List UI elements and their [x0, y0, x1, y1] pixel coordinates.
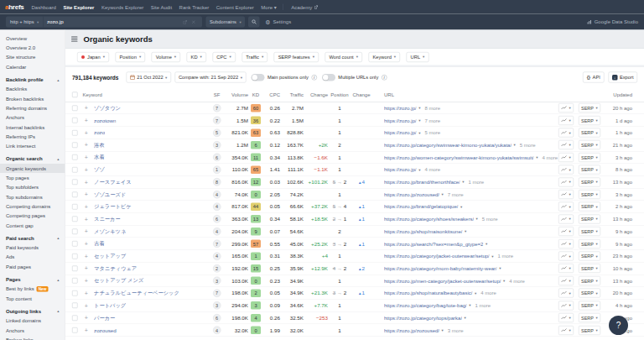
sidebar-item[interactable]: Site structure	[0, 53, 65, 62]
row-checkbox[interactable]	[72, 290, 78, 296]
serp-button[interactable]: SERP▾	[579, 227, 600, 236]
position-history-button[interactable]: ▾	[558, 239, 574, 248]
add-to-list-icon[interactable]: +	[83, 129, 90, 136]
add-to-list-icon[interactable]: +	[83, 117, 90, 123]
chevron-down-icon[interactable]: ▾	[491, 254, 493, 259]
row-checkbox[interactable]	[72, 204, 78, 210]
sidebar-item[interactable]: Broken links	[0, 335, 65, 340]
more-urls-link[interactable]: 4 more	[509, 278, 525, 284]
col-keyword[interactable]: Keyword	[83, 92, 102, 97]
sidebar-item[interactable]: Referring domains	[0, 103, 65, 112]
row-checkbox[interactable]	[72, 303, 78, 309]
date-picker-button[interactable]: 21 Oct 2022 ▾	[126, 72, 171, 83]
nav-item[interactable]: Site Explorer	[63, 4, 94, 10]
row-checkbox[interactable]	[72, 191, 78, 197]
info-icon[interactable]: i	[382, 75, 387, 81]
keyword-link[interactable]: ジェラートピケ	[94, 203, 132, 211]
url-link[interactable]: https://zozo.jp/	[384, 167, 417, 173]
add-to-list-icon[interactable]: +	[83, 203, 90, 210]
sidebar-item[interactable]: Top content	[0, 294, 65, 303]
chevron-down-icon[interactable]: ▾	[503, 279, 505, 283]
keyword-link[interactable]: ナチュラルビューティーベーシック	[94, 290, 179, 297]
col-sf[interactable]: SF	[206, 92, 227, 97]
add-to-list-icon[interactable]: +	[83, 302, 90, 309]
serp-features-badge[interactable]: 6	[213, 154, 221, 162]
position-history-button[interactable]: ▾	[558, 227, 574, 236]
position-history-button[interactable]: ▾	[558, 140, 574, 149]
row-checkbox[interactable]	[72, 118, 78, 123]
serp-features-badge[interactable]: 5	[213, 128, 221, 137]
sidebar-item[interactable]: Backlinks	[0, 84, 65, 93]
add-to-list-icon[interactable]: +	[83, 105, 90, 112]
position-history-button[interactable]: ▾	[558, 252, 574, 261]
nav-item-academy[interactable]: Academy	[291, 4, 319, 10]
scope-dropdown[interactable]: Subdomains▾	[206, 17, 246, 28]
api-button[interactable]: {} API	[583, 72, 604, 83]
serp-features-badge[interactable]: 2	[213, 264, 221, 273]
chevron-down-icon[interactable]: ▾	[486, 242, 487, 246]
url-link[interactable]: https://zozo.jp/category/shoes/sneakers/	[384, 216, 474, 222]
keyword-link[interactable]: トートバッグ	[94, 302, 126, 310]
serp-button[interactable]: SERP▾	[579, 276, 600, 285]
serp-button[interactable]: SERP▾	[579, 239, 600, 248]
url-link[interactable]: https://zozo.jp/shop/maisonkitsune/	[384, 228, 462, 234]
chevron-down-icon[interactable]: ▾	[465, 229, 466, 233]
row-checkbox[interactable]	[72, 228, 78, 234]
serp-features-badge[interactable]: 3	[213, 301, 221, 310]
col-cpc[interactable]: CPC	[263, 92, 280, 97]
url-link[interactable]: https://zozo.jp/category/bag/tote-bag/	[384, 302, 467, 308]
keyword-link[interactable]: セットアップ	[94, 253, 126, 260]
open-link-icon[interactable]	[183, 19, 188, 24]
keyword-link[interactable]: zozotown	[94, 118, 116, 123]
url-link[interactable]: https://zozo.jp/category/swimwear-kimono…	[384, 142, 512, 148]
url-link[interactable]: https://zozo.jp/shop/naturalbeautybasic/	[384, 290, 472, 296]
position-history-button[interactable]: ▾	[558, 190, 574, 199]
filter-button[interactable]: Keyword▾	[368, 52, 400, 62]
add-to-list-icon[interactable]: +	[83, 240, 90, 247]
chevron-down-icon[interactable]: ▾	[418, 118, 420, 123]
serp-features-badge[interactable]: 7	[213, 289, 221, 297]
serp-button[interactable]: SERP▾	[579, 313, 600, 322]
position-history-button[interactable]: ▾	[558, 214, 574, 223]
serp-features-badge[interactable]: 4	[213, 191, 221, 199]
nav-item[interactable]: Site Audit	[151, 4, 172, 10]
nav-item[interactable]: Keywords Explorer	[101, 4, 143, 10]
url-link[interactable]: https://zozo.jp/search/?sex=men&p_gtype=…	[384, 241, 483, 247]
sidebar-item[interactable]: Best by linksNew	[0, 284, 65, 293]
serp-features-badge[interactable]: 7	[213, 240, 221, 248]
position-history-button[interactable]: ▾	[558, 153, 574, 162]
more-urls-link[interactable]: 4 more	[480, 290, 496, 296]
add-to-list-icon[interactable]: +	[83, 179, 90, 186]
sidebar-section-header[interactable]: Outgoing links▴	[0, 306, 65, 316]
help-button[interactable]: ?	[609, 316, 628, 335]
position-history-button[interactable]: ▾	[558, 103, 574, 112]
filter-button[interactable]: Position▾	[115, 52, 145, 62]
chevron-down-icon[interactable]: ▾	[499, 266, 501, 270]
url-link[interactable]: https://zozo.jp/brand/thenorthface/	[384, 179, 460, 185]
row-checkbox[interactable]	[72, 142, 78, 148]
keyword-link[interactable]: ゾゾ	[94, 166, 105, 174]
chevron-down-icon[interactable]: ▾	[514, 143, 516, 147]
url-link[interactable]: https://zozo.jp/	[384, 130, 417, 136]
serp-button[interactable]: SERP▾	[579, 264, 600, 273]
position-history-button[interactable]: ▾	[558, 128, 574, 138]
google-data-studio-link[interactable]: Google Data Studio	[587, 19, 638, 25]
sidebar-item[interactable]: Paid pages	[0, 262, 65, 271]
row-checkbox[interactable]	[72, 130, 78, 136]
serp-button[interactable]: SERP▾	[579, 202, 600, 212]
more-urls-link[interactable]: 7 more	[424, 118, 440, 123]
chevron-down-icon[interactable]: ▾	[442, 328, 444, 332]
filter-button[interactable]: Traffic▾	[242, 52, 267, 62]
more-urls-link[interactable]: 4 more	[542, 154, 558, 160]
sidebar-item[interactable]: Organic keywords	[0, 164, 65, 173]
position-history-button[interactable]: ▾	[558, 116, 574, 125]
chevron-down-icon[interactable]: ▾	[418, 168, 420, 172]
keyword-link[interactable]: 浴衣	[94, 141, 105, 149]
serp-features-badge[interactable]: 4	[213, 327, 221, 335]
chevron-down-icon[interactable]: ▾	[475, 291, 476, 296]
serp-features-badge[interactable]: 7	[213, 117, 221, 125]
more-urls-link[interactable]: 1 more	[475, 302, 491, 308]
serp-features-badge[interactable]: 6	[213, 314, 221, 322]
filter-button[interactable]: Word count▾	[325, 52, 362, 62]
select-all-checkbox[interactable]	[72, 92, 78, 97]
